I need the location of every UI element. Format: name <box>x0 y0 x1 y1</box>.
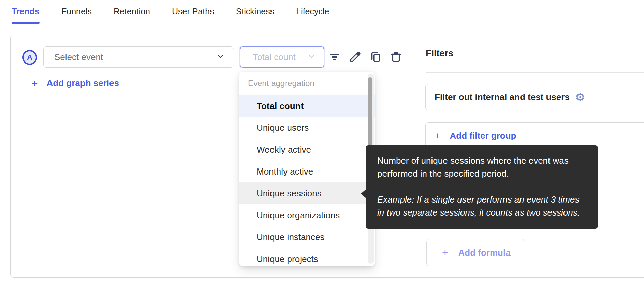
tab-label: Trends <box>12 6 40 16</box>
edit-icon[interactable] <box>349 51 362 64</box>
tab-label: Stickiness <box>236 6 275 16</box>
add-graph-series-button[interactable]: + Add graph series <box>32 78 119 88</box>
aggregation-dropdown-list: Total countUnique usersWeekly activeMont… <box>239 95 375 266</box>
event-select[interactable]: Select event <box>43 46 234 68</box>
internal-users-filter-row[interactable]: Filter out internal and test users ⚙ <box>425 84 644 110</box>
series-toolbar <box>328 51 402 64</box>
tab-bar: TrendsFunnelsRetentionUser PathsStickine… <box>0 0 644 23</box>
tab-label: User Paths <box>172 6 214 16</box>
copy-icon[interactable] <box>369 51 382 64</box>
aggregation-select[interactable]: Total count <box>240 46 324 68</box>
tab-retention[interactable]: Retention <box>114 0 150 23</box>
aggregation-dropdown: Event aggregation Total countUnique user… <box>239 72 375 266</box>
dropdown-item-total-count[interactable]: Total count <box>239 95 375 117</box>
tab-label: Funnels <box>61 6 92 16</box>
tab-funnels[interactable]: Funnels <box>61 0 92 23</box>
dropdown-item-unique-instances[interactable]: Unique instances <box>239 226 375 248</box>
filters-title: Filters <box>426 48 453 59</box>
dropdown-item-unique-organizations[interactable]: Unique organizations <box>239 204 375 226</box>
event-select-placeholder: Select event <box>54 52 103 63</box>
dropdown-scrollbar-thumb[interactable] <box>368 77 372 150</box>
internal-users-filter-label: Filter out internal and test users <box>435 92 570 102</box>
filters-divider <box>426 72 644 73</box>
add-filter-group-label: Add filter group <box>450 130 516 141</box>
series-badge-label: A <box>27 53 32 62</box>
tab-user-paths[interactable]: User Paths <box>172 0 214 23</box>
aggregation-select-value: Total count <box>253 52 296 63</box>
add-formula-label: Add formula <box>458 248 511 258</box>
filter-icon[interactable] <box>328 51 341 64</box>
dropdown-header: Event aggregation <box>239 72 375 95</box>
dropdown-item-unique-users[interactable]: Unique users <box>239 117 375 139</box>
dropdown-item-monthly-active[interactable]: Monthly active <box>239 161 375 182</box>
dropdown-item-weekly-active[interactable]: Weekly active <box>239 139 375 161</box>
tab-trends[interactable]: Trends <box>12 0 40 23</box>
trends-insight-page: TrendsFunnelsRetentionUser PathsStickine… <box>0 0 644 289</box>
plus-icon: + <box>442 247 448 259</box>
tooltip-example: Example: If a single user performs an ev… <box>377 193 584 219</box>
plus-icon: + <box>434 130 440 142</box>
plus-icon: + <box>32 78 38 88</box>
chevron-down-icon <box>307 52 316 62</box>
chevron-down-icon <box>216 52 225 62</box>
delete-icon[interactable] <box>390 51 402 64</box>
active-tab-underline <box>12 22 40 24</box>
tooltip-arrow <box>361 189 366 198</box>
add-formula-button[interactable]: + Add formula <box>426 239 525 266</box>
add-graph-series-label: Add graph series <box>47 78 119 88</box>
tab-label: Lifecycle <box>296 6 329 16</box>
tooltip-description: Number of unique sessions where the even… <box>377 154 584 180</box>
gear-icon[interactable]: ⚙ <box>575 92 585 103</box>
dropdown-item-unique-projects[interactable]: Unique projects <box>239 248 375 266</box>
tab-stickiness[interactable]: Stickiness <box>236 0 275 23</box>
unique-sessions-tooltip: Number of unique sessions where the even… <box>366 145 598 229</box>
tab-label: Retention <box>114 6 150 16</box>
series-badge-a: A <box>22 50 37 65</box>
tab-lifecycle[interactable]: Lifecycle <box>296 0 329 23</box>
dropdown-item-unique-sessions[interactable]: Unique sessions <box>239 182 375 204</box>
